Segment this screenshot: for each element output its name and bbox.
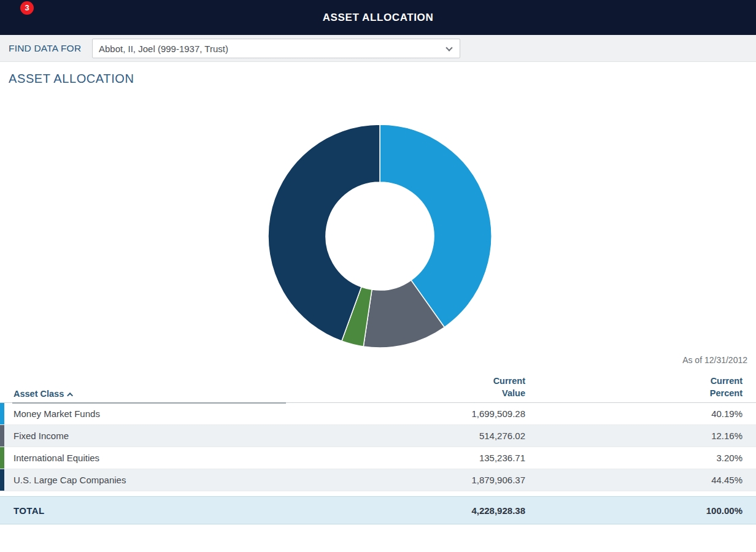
- current-percent-cell: 44.45%: [711, 469, 742, 491]
- current-value-cell: 514,276.02: [479, 425, 525, 447]
- as-of-date: As of 12/31/2012: [682, 355, 747, 365]
- asset-allocation-table: Asset Class Current Value Current Percen…: [0, 371, 756, 524]
- asset-allocation-donut-chart: [266, 123, 493, 350]
- series-color-chip: [0, 403, 4, 424]
- table-row: International Equities 135,236.71 3.20%: [0, 447, 756, 469]
- current-percent-cell: 40.19%: [711, 403, 742, 425]
- asset-class-cell: International Equities: [14, 447, 99, 469]
- column-header-asset-class[interactable]: Asset Class: [14, 389, 73, 399]
- asset-class-header-label: Asset Class: [14, 389, 64, 399]
- app-bar-title: ASSET ALLOCATION: [0, 0, 756, 35]
- table-row: Fixed Income 514,276.02 12.16%: [0, 425, 756, 447]
- series-color-chip: [0, 469, 4, 491]
- series-color-chip: [0, 447, 4, 469]
- series-color-chip: [0, 425, 4, 447]
- table-row: U.S. Large Cap Companies 1,879,906.37 44…: [0, 469, 756, 491]
- find-data-label: FIND DATA FOR: [9, 35, 81, 62]
- total-current-percent: 100.00%: [706, 497, 742, 525]
- current-percent-cell: 12.16%: [711, 425, 742, 447]
- current-percent-cell: 3.20%: [716, 447, 742, 469]
- donut-chart-svg: [266, 123, 493, 350]
- column-header-current-value[interactable]: Current Value: [493, 375, 525, 399]
- column-header-current-percent[interactable]: Current Percent: [710, 375, 742, 399]
- current-value-header-line1: Current: [493, 375, 525, 387]
- asset-class-cell: U.S. Large Cap Companies: [14, 469, 126, 491]
- asset-allocation-page: 3 ASSET ALLOCATION FIND DATA FOR Abbot, …: [0, 0, 756, 552]
- top-app-bar: 3 ASSET ALLOCATION: [0, 0, 756, 35]
- sort-ascending-icon: [67, 393, 73, 399]
- table-row: Money Market Funds 1,699,509.28 40.19%: [0, 403, 756, 425]
- total-current-value: 4,228,928.38: [471, 497, 525, 525]
- current-value-cell: 135,236.71: [479, 447, 525, 469]
- asset-class-cell: Fixed Income: [14, 425, 69, 447]
- account-select[interactable]: Abbot, II, Joel (999-1937, Trust): [92, 39, 460, 58]
- current-percent-header-line2: Percent: [710, 387, 742, 399]
- current-value-cell: 1,699,509.28: [471, 403, 525, 425]
- asset-class-cell: Money Market Funds: [14, 403, 100, 425]
- current-percent-header-line1: Current: [710, 375, 742, 387]
- table-header-row: Asset Class Current Value Current Percen…: [0, 371, 756, 403]
- table-total-row: TOTAL 4,228,928.38 100.00%: [0, 496, 756, 524]
- find-data-bar: FIND DATA FOR Abbot, II, Joel (999-1937,…: [0, 35, 756, 62]
- current-value-header-line2: Value: [493, 387, 525, 399]
- current-value-cell: 1,879,906.37: [471, 469, 525, 491]
- page-title: ASSET ALLOCATION: [9, 72, 134, 86]
- total-label: TOTAL: [14, 497, 45, 525]
